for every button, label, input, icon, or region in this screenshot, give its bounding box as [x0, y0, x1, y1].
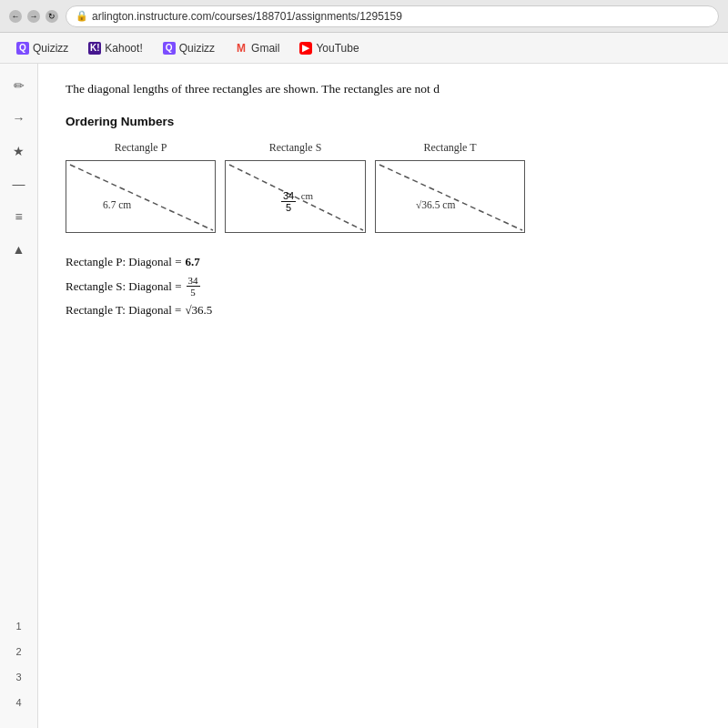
bookmark-youtube[interactable]: ▶ YouTube — [292, 39, 366, 57]
rect-s-box: 34 5 cm — [225, 160, 366, 233]
rect-t-label: Rectangle T — [423, 141, 476, 155]
gmail-icon: M — [235, 42, 248, 55]
sidebar-num-1[interactable]: 1 — [15, 617, 21, 635]
sidebar-star-icon[interactable]: ★ — [6, 138, 32, 164]
math-line-p: Rectangle P: Diagonal = 6.7 — [66, 255, 701, 269]
rect-s-label: Rectangle S — [269, 141, 322, 155]
bookmark-quizizz-1[interactable]: Q Quizizz — [9, 39, 76, 57]
rect-group-t: Rectangle T √36.5 cm — [375, 141, 525, 233]
svg-line-0 — [70, 165, 213, 230]
bookmark-label-kahoot: Kahoot! — [105, 42, 142, 55]
rect-s-diagonal-label: 34 5 cm — [280, 187, 313, 213]
problem-text: The diagonal lengths of three rectangles… — [66, 82, 701, 96]
sidebar-menu-icon[interactable]: ≡ — [6, 204, 32, 229]
rect-p-box: 6.7 cm — [66, 160, 216, 233]
bookmark-kahoot[interactable]: K! Kahoot! — [81, 39, 149, 57]
address-bar[interactable]: 🔒 arlington.instructure.com/courses/1887… — [66, 5, 719, 27]
sidebar-arrow-icon[interactable]: → — [6, 106, 32, 131]
bookmarks-bar: Q Quizizz K! Kahoot! Q Quizizz M Gmail ▶… — [0, 33, 728, 64]
quizizz-icon-2: Q — [163, 42, 176, 55]
bookmark-label-gmail: Gmail — [251, 42, 279, 55]
quizizz-icon-1: Q — [16, 42, 29, 55]
rect-group-s: Rectangle S 34 5 cm — [225, 141, 366, 233]
url-text: arlington.instructure.com/courses/188701… — [92, 10, 402, 23]
bookmark-label-quizizz-2: Quizizz — [179, 42, 215, 55]
math-t-sqrt: √36.5 — [185, 303, 212, 318]
bookmark-quizizz-2[interactable]: Q Quizizz — [156, 39, 222, 57]
rect-p-svg — [66, 161, 217, 234]
math-s-prefix: Rectangle S: Diagonal = — [66, 279, 182, 294]
rect-p-label: Rectangle P — [115, 141, 167, 155]
bookmark-gmail[interactable]: M Gmail — [228, 39, 287, 57]
math-s-denominator: 5 — [188, 287, 197, 298]
rect-t-diagonal-label: √36.5 cm — [416, 196, 455, 212]
math-line-s: Rectangle S: Diagonal = 34 5 — [66, 275, 701, 298]
browser-bar: ← → ↻ 🔒 arlington.instructure.com/course… — [0, 0, 728, 33]
bookmark-label-youtube: YouTube — [316, 42, 359, 55]
youtube-icon: ▶ — [299, 42, 312, 55]
reload-button[interactable]: ↻ — [46, 10, 58, 23]
math-s-numerator: 34 — [187, 275, 200, 287]
browser-controls: ← → ↻ — [9, 10, 58, 23]
sidebar-num-4[interactable]: 4 — [15, 693, 21, 712]
math-info: Rectangle P: Diagonal = 6.7 Rectangle S:… — [66, 255, 701, 318]
page-area: The diagonal lengths of three rectangles… — [38, 64, 728, 728]
bookmark-label-quizizz-1: Quizizz — [33, 42, 68, 55]
rectangles-row: Rectangle P 6.7 cm Rectangle S — [66, 141, 701, 233]
math-p-prefix: Rectangle P: Diagonal = — [66, 255, 182, 269]
section-title: Ordering Numbers — [66, 115, 701, 128]
sidebar: ✏ → ★ — ≡ ▲ 1 2 3 4 — [0, 64, 38, 728]
lock-icon: 🔒 — [76, 10, 88, 22]
rect-p-diagonal-label: 6.7 cm — [103, 196, 131, 212]
rect-group-p: Rectangle P 6.7 cm — [66, 141, 216, 233]
sidebar-num-3[interactable]: 3 — [15, 668, 21, 686]
sidebar-triangle-icon[interactable]: ▲ — [6, 237, 32, 262]
forward-button[interactable]: → — [27, 10, 40, 23]
math-p-value: 6.7 — [186, 255, 200, 269]
sidebar-num-2[interactable]: 2 — [15, 642, 21, 661]
math-line-t: Rectangle T: Diagonal = √36.5 — [66, 303, 701, 318]
math-s-fraction: 34 5 — [187, 275, 200, 298]
main-content: ✏ → ★ — ≡ ▲ 1 2 3 4 The diagonal lengths… — [0, 64, 728, 728]
kahoot-icon: K! — [88, 42, 101, 55]
back-button[interactable]: ← — [9, 10, 22, 23]
sidebar-dash-icon[interactable]: — — [6, 171, 32, 197]
rect-t-box: √36.5 cm — [375, 160, 525, 233]
sidebar-pencil-icon[interactable]: ✏ — [6, 73, 32, 98]
math-t-prefix: Rectangle T: Diagonal = — [66, 303, 181, 318]
